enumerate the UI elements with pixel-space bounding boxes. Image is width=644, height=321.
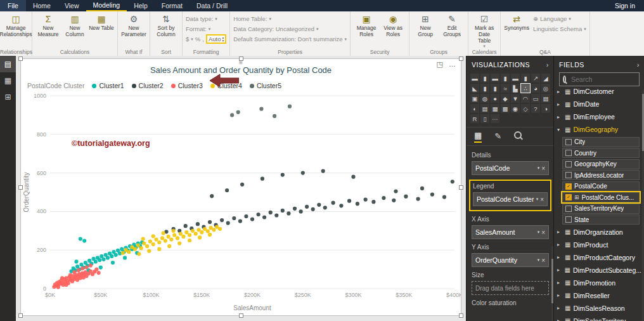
scatter-point-cluster5[interactable] <box>288 105 292 108</box>
scatter-point-cluster4[interactable] <box>141 237 145 241</box>
scatter-point-cluster2[interactable] <box>196 222 200 226</box>
scatter-point-cluster3[interactable] <box>67 281 70 285</box>
scatter-point-cluster4[interactable] <box>151 242 155 246</box>
filled-map-icon[interactable]: ● <box>491 94 499 103</box>
scatter-point-cluster3[interactable] <box>77 268 80 272</box>
field-checkbox[interactable]: ✓ <box>565 183 572 190</box>
card-icon[interactable]: ▭ <box>531 94 540 103</box>
expand-icon[interactable]: ▸ <box>557 229 562 235</box>
new-measure-button[interactable]: Σ New Measure <box>35 13 61 48</box>
field-item-salesterritorykey[interactable]: SalesTerritoryKey <box>562 204 640 214</box>
remove-field-icon[interactable]: × <box>541 229 545 236</box>
scatter-point-cluster2[interactable] <box>262 215 266 219</box>
scatter-point-cluster2[interactable] <box>257 213 261 216</box>
sort-by-column-button[interactable]: ⇅ Sort by Column <box>153 13 179 48</box>
table-item-dimorganization[interactable]: ▸▦DimOrganization <box>554 226 641 239</box>
table-item-dimreseller[interactable]: ▸▦DimReseller <box>554 289 641 302</box>
scatter-point-cluster4[interactable] <box>137 252 141 256</box>
resize-handle[interactable] <box>239 313 243 318</box>
scatter-point-cluster2[interactable] <box>184 224 188 228</box>
qa-visual-icon[interactable]: ? <box>531 104 540 113</box>
table-item-dimdate[interactable]: ▸▦DimDate <box>554 98 641 110</box>
size-field-dropzone[interactable]: Drag data fields here <box>472 281 549 295</box>
scatter-point-cluster2[interactable] <box>371 200 375 204</box>
language-dropdown[interactable]: ⊕ Language ▾ <box>533 15 586 23</box>
r-script-visual-icon[interactable]: R <box>470 114 479 123</box>
collapse-pane-icon[interactable]: › <box>546 61 549 69</box>
line-chart-icon[interactable]: ↗ <box>531 74 540 82</box>
pie-chart-icon[interactable]: ◕ <box>531 84 540 93</box>
scatter-point-cluster2[interactable] <box>208 220 212 224</box>
scatter-point-cluster3[interactable] <box>80 266 84 270</box>
matrix-icon[interactable]: ▩ <box>501 104 510 113</box>
scatter-point-cluster4[interactable] <box>151 234 155 238</box>
scatter-point-cluster1[interactable] <box>123 256 127 259</box>
y-axis-field[interactable]: OrderQuantity ▾ × <box>472 253 549 267</box>
percent-format-button[interactable]: % <box>195 36 200 43</box>
field-checkbox[interactable] <box>565 216 572 223</box>
kpi-icon[interactable]: ◐ <box>470 104 479 113</box>
comma-format-button[interactable]: , <box>202 36 204 43</box>
scatter-point-cluster5[interactable] <box>259 107 263 111</box>
shape-map-icon[interactable]: ◆ <box>501 94 510 103</box>
scatter-point-cluster1[interactable] <box>101 258 105 261</box>
scatter-point-cluster4[interactable] <box>145 244 149 248</box>
map-icon[interactable]: ◍ <box>480 94 489 103</box>
scatter-point-cluster2[interactable] <box>274 213 278 217</box>
manage-relationships-button[interactable]: ◫ Manage Relationships <box>3 13 29 48</box>
more-options-icon[interactable]: ⋯ <box>491 114 499 123</box>
report-canvas[interactable]: ≡ ◳ … Sales Amount and Order Quantity by… <box>16 56 466 321</box>
new-parameter-button[interactable]: ⚙ New Parameter <box>121 13 146 48</box>
edit-groups-button[interactable]: ✎ Edit Groups <box>439 13 465 48</box>
scatter-point-cluster4[interactable] <box>136 244 140 247</box>
scatter-point-cluster2[interactable] <box>451 180 454 183</box>
scatter-point-cluster4[interactable] <box>172 229 176 233</box>
tab-home[interactable]: Home <box>26 0 58 11</box>
synonyms-button[interactable]: ⇄ Synonyms <box>504 13 529 48</box>
scatter-point-cluster4[interactable] <box>177 242 181 246</box>
expand-icon[interactable]: ▸ <box>557 114 562 120</box>
tab-help[interactable]: Help <box>127 0 155 11</box>
resize-handle[interactable] <box>18 313 23 318</box>
line-and-clustered-column-chart-icon[interactable]: ▮ <box>491 84 499 93</box>
fields-search[interactable] <box>559 72 640 86</box>
scatter-point-cluster2[interactable] <box>351 175 355 179</box>
scatter-point-cluster1[interactable] <box>82 239 86 243</box>
resize-handle[interactable] <box>18 56 23 61</box>
sign-in-button[interactable]: Sign in <box>606 0 644 11</box>
report-view-button[interactable]: ▤ <box>0 56 16 72</box>
scatter-point-cluster4[interactable] <box>169 237 173 241</box>
scatter-point-cluster2[interactable] <box>356 202 359 206</box>
expand-icon[interactable]: ▸ <box>557 89 562 95</box>
field-checkbox[interactable] <box>565 150 572 156</box>
scatter-point-cluster2[interactable] <box>323 206 327 209</box>
scatter-point-cluster2[interactable] <box>311 207 315 211</box>
scatter-point-cluster4[interactable] <box>147 249 151 253</box>
scatter-point-cluster4[interactable] <box>212 228 216 232</box>
field-checkbox[interactable] <box>565 161 572 167</box>
field-checkbox[interactable] <box>565 172 572 178</box>
scatter-point-cluster4[interactable] <box>167 244 171 248</box>
stacked-area-chart-icon[interactable]: ◣ <box>470 84 479 93</box>
field-item-city[interactable]: City <box>562 137 640 147</box>
dropdown-icon[interactable]: ▾ <box>538 166 540 171</box>
scatter-point-cluster1[interactable] <box>94 259 98 263</box>
remove-field-icon[interactable]: × <box>540 196 544 203</box>
scatter-point-cluster3[interactable] <box>89 263 93 267</box>
scatter-point-cluster2[interactable] <box>261 177 264 181</box>
scatter-point-cluster4[interactable] <box>206 229 210 233</box>
tab-file[interactable]: File <box>0 0 26 11</box>
scatter-point-cluster4[interactable] <box>121 251 125 255</box>
scatter-point-cluster2[interactable] <box>382 196 385 200</box>
donut-chart-icon[interactable]: ◎ <box>541 84 550 93</box>
expand-icon[interactable]: ▸ <box>557 280 562 285</box>
format-dropdown[interactable]: Format: ▾ <box>186 25 226 33</box>
scatter-point-cluster2[interactable] <box>364 198 368 202</box>
scatter-point-cluster2[interactable] <box>281 209 285 213</box>
default-summarization-dropdown[interactable]: Default Summarization: Don't summarize ▾ <box>233 35 347 43</box>
scatter-point-cluster1[interactable] <box>99 266 103 270</box>
scatter-point-cluster4[interactable] <box>188 233 191 237</box>
scatter-point-cluster2[interactable] <box>404 195 408 199</box>
table-item-dimproductsubcateg[interactable]: ▸▦DimProductSubcateg... <box>554 264 641 277</box>
scatter-point-cluster4[interactable] <box>157 247 161 251</box>
